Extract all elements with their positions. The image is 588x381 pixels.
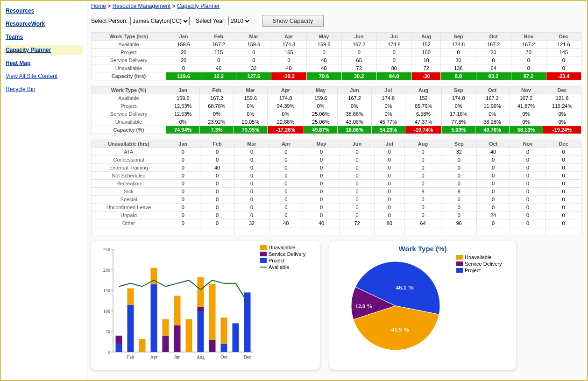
sidebar-item-heat-map[interactable]: Heat Map bbox=[5, 58, 83, 68]
pie-legend-service-delivery: Service Delivery bbox=[456, 261, 502, 267]
bar-chart-svg: 050100150200250FebAprJunAugOctDec bbox=[97, 245, 255, 366]
legend-service-delivery: Service Delivery bbox=[260, 251, 305, 257]
svg-text:Apr: Apr bbox=[150, 354, 158, 360]
svg-text:Aug: Aug bbox=[197, 354, 205, 360]
svg-rect-22 bbox=[163, 319, 169, 336]
svg-rect-28 bbox=[198, 277, 204, 307]
svg-rect-25 bbox=[186, 319, 192, 352]
svg-rect-16 bbox=[128, 305, 134, 352]
svg-text:50: 50 bbox=[106, 329, 110, 334]
bar-chart-legend: Unavailable Service Delivery Project Ava… bbox=[260, 245, 305, 366]
svg-rect-32 bbox=[221, 318, 227, 344]
select-person[interactable]: James.Clayton(CC) bbox=[130, 17, 190, 25]
svg-rect-15 bbox=[116, 336, 122, 344]
pie-legend-unavailable: Unavailable bbox=[456, 254, 502, 260]
svg-rect-33 bbox=[233, 323, 239, 352]
bar-chart: 050100150200250FebAprJunAugOctDec Unavai… bbox=[91, 241, 320, 370]
main-content: Home > Resource Management > Capacity Pl… bbox=[87, 1, 587, 380]
pie-legend-project: Project bbox=[456, 268, 502, 273]
svg-rect-21 bbox=[163, 336, 169, 352]
svg-rect-30 bbox=[209, 284, 216, 340]
breadcrumb-capacity-planner[interactable]: Capacity Planner bbox=[177, 3, 220, 9]
svg-text:12.0 %: 12.0 % bbox=[355, 303, 372, 310]
svg-rect-31 bbox=[221, 344, 227, 352]
show-capacity-button[interactable]: Show Capacity bbox=[262, 15, 324, 27]
sidebar-item-recycle-bin[interactable]: Recycle Bin bbox=[5, 84, 83, 94]
select-year[interactable]: 2010 bbox=[228, 17, 251, 25]
svg-rect-19 bbox=[151, 284, 157, 352]
table-work-type-pct: Work Type (%)JanFebMarAprMayJunJulAugSep… bbox=[91, 86, 581, 134]
svg-text:46.1 %: 46.1 % bbox=[396, 284, 414, 291]
svg-rect-26 bbox=[198, 311, 204, 352]
select-year-label: Select Year: bbox=[196, 18, 226, 24]
sidebar-item-capacity-planner[interactable]: Capacity Planner bbox=[5, 45, 83, 55]
table-work-type-hrs: Work Type (hrs)JanFebMarAprMayJunJulAugS… bbox=[91, 32, 581, 80]
svg-text:Dec: Dec bbox=[243, 354, 251, 360]
svg-text:41.9 %: 41.9 % bbox=[391, 326, 410, 333]
pie-chart-svg: 46.1 %12.0 %41.9 % bbox=[335, 254, 456, 357]
svg-text:100: 100 bbox=[103, 309, 110, 314]
svg-text:Oct: Oct bbox=[220, 354, 227, 360]
legend-project: Project bbox=[260, 258, 305, 263]
table-unavailable-hrs: Unavailable (hrs)JanFebMarAprMayJunJulAu… bbox=[91, 140, 581, 235]
legend-available: Available bbox=[260, 264, 305, 270]
sidebar-item-resources[interactable]: Resources bbox=[5, 6, 83, 16]
svg-rect-14 bbox=[116, 344, 122, 352]
svg-rect-18 bbox=[139, 339, 146, 352]
breadcrumb-resource-management[interactable]: Resource Management bbox=[113, 3, 171, 9]
svg-text:250: 250 bbox=[103, 247, 110, 252]
svg-text:Jun: Jun bbox=[174, 354, 181, 360]
svg-text:150: 150 bbox=[103, 288, 110, 293]
svg-rect-27 bbox=[198, 307, 204, 311]
sidebar-item-teams[interactable]: Teams bbox=[5, 32, 83, 42]
svg-rect-17 bbox=[128, 289, 134, 305]
svg-text:0: 0 bbox=[108, 350, 110, 355]
svg-rect-29 bbox=[209, 340, 216, 352]
legend-unavailable: Unavailable bbox=[260, 245, 305, 250]
svg-text:200: 200 bbox=[103, 268, 110, 273]
svg-text:Feb: Feb bbox=[127, 354, 134, 360]
sidebar-item-view-all-site-content[interactable]: View All Site Content bbox=[5, 71, 83, 81]
pie-chart-title: Work Type (%) bbox=[335, 245, 510, 253]
breadcrumb-home[interactable]: Home bbox=[91, 3, 106, 9]
sidebar-item-resourcework[interactable]: ResourceWork bbox=[5, 19, 83, 29]
controls-row: Select Person: James.Clayton(CC) Select … bbox=[91, 15, 583, 27]
sidebar: Resources ResourceWork Teams Capacity Pl… bbox=[1, 1, 87, 380]
svg-rect-24 bbox=[174, 296, 181, 325]
breadcrumb: Home > Resource Management > Capacity Pl… bbox=[91, 3, 583, 9]
pie-chart: Work Type (%) 46.1 %12.0 %41.9 % Unavail… bbox=[329, 241, 516, 370]
svg-rect-23 bbox=[174, 325, 181, 352]
select-person-label: Select Person: bbox=[91, 18, 128, 24]
pie-chart-legend: Unavailable Service Delivery Project bbox=[456, 254, 502, 357]
